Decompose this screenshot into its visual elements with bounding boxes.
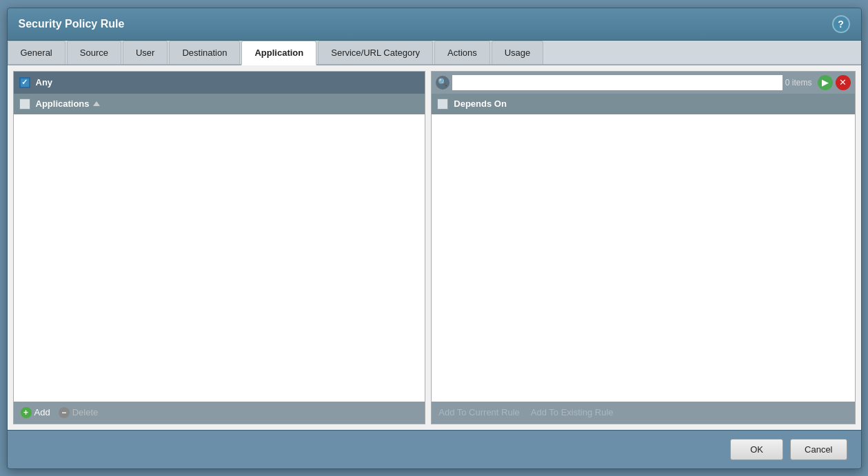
delete-button-disabled: − Delete <box>59 407 99 418</box>
security-policy-rule-dialog: Security Policy Rule ? General Source Us… <box>7 8 862 469</box>
tab-bar: General Source User Destination Applicat… <box>8 41 861 65</box>
title-bar: Security Policy Rule ? <box>8 8 861 41</box>
sort-arrow-icon <box>93 101 100 106</box>
add-to-rule-icon-button[interactable]: ▶ <box>818 75 833 90</box>
right-panel: 🔍 0 items ▶ ✕ Depends On Add To Current … <box>431 71 855 424</box>
bottom-bar: OK Cancel <box>8 430 861 468</box>
tab-application[interactable]: Application <box>241 41 316 65</box>
left-panel: Any Applications + Add − Delete <box>13 71 426 424</box>
add-label: Add <box>34 407 50 417</box>
applications-list <box>14 114 425 402</box>
tab-destination[interactable]: Destination <box>169 41 240 64</box>
add-icon: + <box>21 407 32 418</box>
depends-on-col-label: Depends On <box>454 99 507 109</box>
depends-on-header: Depends On <box>432 94 854 114</box>
any-row[interactable]: Any <box>14 72 425 94</box>
add-to-current-rule-button: Add To Current Rule <box>438 407 520 417</box>
depends-on-select-all[interactable] <box>437 99 448 110</box>
tab-usage[interactable]: Usage <box>492 41 544 64</box>
cancel-button[interactable]: Cancel <box>790 439 847 460</box>
delete-icon: − <box>59 407 70 418</box>
applications-header: Applications <box>14 94 425 114</box>
search-input[interactable] <box>452 75 783 90</box>
tab-source[interactable]: Source <box>67 41 121 64</box>
clear-search-button[interactable]: ✕ <box>836 75 851 90</box>
search-row: 🔍 0 items ▶ ✕ <box>432 72 854 94</box>
dialog-title: Security Policy Rule <box>19 18 125 30</box>
any-checkbox[interactable] <box>19 77 30 88</box>
help-icon[interactable]: ? <box>832 15 850 33</box>
applications-select-all[interactable] <box>19 99 30 110</box>
tab-service-url-category[interactable]: Service/URL Category <box>318 41 433 64</box>
tab-actions[interactable]: Actions <box>434 41 490 64</box>
content-area: Any Applications + Add − Delete <box>8 65 861 430</box>
left-panel-footer: + Add − Delete <box>14 402 425 424</box>
tab-user[interactable]: User <box>123 41 168 64</box>
add-button[interactable]: + Add <box>21 407 50 418</box>
delete-label: Delete <box>72 407 99 417</box>
items-count: 0 items <box>785 78 815 87</box>
right-panel-footer: Add To Current Rule Add To Existing Rule <box>432 402 854 424</box>
search-icon: 🔍 <box>436 76 450 90</box>
any-label: Any <box>36 77 53 87</box>
depends-on-list <box>432 114 854 402</box>
ok-button[interactable]: OK <box>730 439 783 460</box>
add-to-existing-rule-button: Add To Existing Rule <box>531 407 614 417</box>
tab-general[interactable]: General <box>8 41 65 64</box>
applications-col-label: Applications <box>36 99 90 109</box>
